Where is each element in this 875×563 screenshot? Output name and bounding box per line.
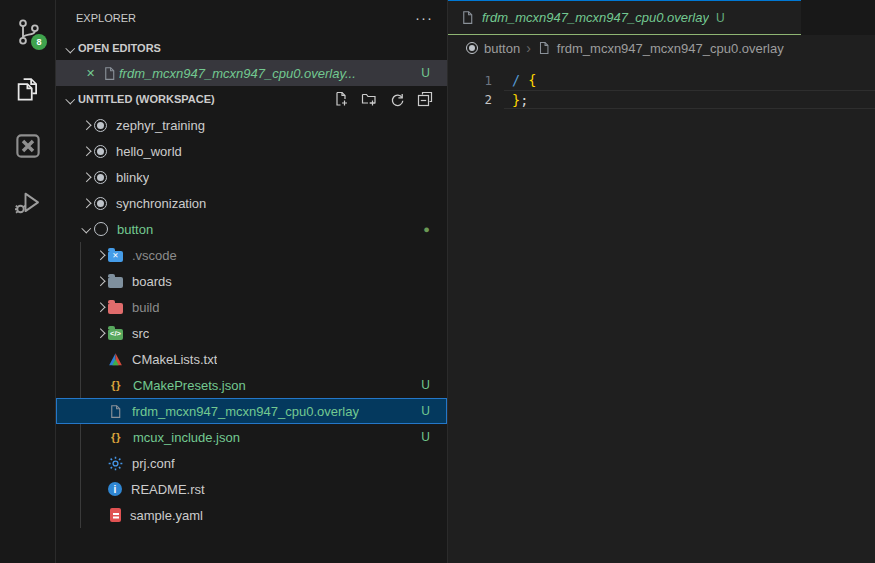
code-token: ; bbox=[520, 92, 528, 108]
run-debug-button[interactable] bbox=[0, 174, 55, 231]
open-editors-label: OPEN EDITORS bbox=[78, 42, 161, 54]
open-editor-item[interactable]: ✕ frdm_mcxn947_mcxn947_cpu0.overlay... U bbox=[56, 60, 447, 86]
git-untracked-badge: U bbox=[716, 11, 725, 25]
mcux-x-extension-icon bbox=[13, 131, 43, 161]
tree-item-cmakepresets[interactable]: {} CMakePresets.json U bbox=[56, 372, 447, 398]
tree-item-blinky[interactable]: blinky bbox=[56, 164, 447, 190]
tree-item-cmakelists[interactable]: CMakeLists.txt bbox=[56, 346, 447, 372]
explorer-sidebar: EXPLORER ··· OPEN EDITORS ✕ frdm_mcxn947… bbox=[56, 0, 448, 563]
chevron-right-icon[interactable] bbox=[78, 117, 94, 133]
chevron-right-icon[interactable] bbox=[92, 273, 108, 289]
tree-item-label: CMakeLists.txt bbox=[132, 352, 217, 367]
close-icon[interactable]: ✕ bbox=[86, 67, 102, 80]
json-braces-icon: {} bbox=[108, 431, 124, 443]
vscode-window: 8 bbox=[0, 0, 875, 563]
button-project-children: ✕ .vscode boards build </> src bbox=[56, 242, 447, 528]
project-record-icon bbox=[466, 42, 478, 54]
open-editors-section-header[interactable]: OPEN EDITORS bbox=[56, 36, 447, 60]
more-actions-icon[interactable]: ··· bbox=[415, 13, 433, 23]
line-number: 2 bbox=[448, 90, 504, 109]
code-glyph: </> bbox=[108, 329, 123, 340]
git-untracked-badge: U bbox=[421, 66, 430, 80]
folder-icon bbox=[108, 277, 123, 288]
tree-item-label: README.rst bbox=[131, 482, 205, 497]
project-record-icon bbox=[94, 119, 107, 132]
tree-item-vscode-folder[interactable]: ✕ .vscode bbox=[56, 242, 447, 268]
tree-item-label: zephyr_training bbox=[116, 118, 205, 133]
tree-item-build-folder[interactable]: build bbox=[56, 294, 447, 320]
breadcrumb-separator: › bbox=[526, 40, 531, 56]
source-control-button[interactable]: 8 bbox=[0, 3, 55, 60]
tree-item-prj-conf[interactable]: prj.conf bbox=[56, 450, 447, 476]
tree-item-label: build bbox=[132, 300, 159, 315]
tree-item-label: CMakePresets.json bbox=[133, 378, 246, 393]
collapse-all-icon[interactable] bbox=[417, 91, 433, 107]
new-folder-icon[interactable] bbox=[361, 91, 377, 107]
tree-item-boards-folder[interactable]: boards bbox=[56, 268, 447, 294]
tree-item-label: boards bbox=[132, 274, 172, 289]
tree-item-label: sample.yaml bbox=[130, 508, 203, 523]
src-folder-icon: </> bbox=[108, 329, 123, 340]
info-icon: i bbox=[108, 482, 122, 496]
tab-label: frdm_mcxn947_mcxn947_cpu0.overlay bbox=[482, 10, 709, 25]
code-token: / bbox=[512, 72, 520, 88]
chevron-down-icon[interactable] bbox=[62, 41, 78, 55]
tree-item-label: hello_world bbox=[116, 144, 182, 159]
cmake-icon bbox=[108, 352, 123, 367]
sidebar-header: EXPLORER ··· bbox=[56, 0, 447, 36]
git-untracked-badge: U bbox=[421, 404, 430, 418]
chevron-right-icon[interactable] bbox=[78, 195, 94, 211]
project-record-open-icon bbox=[94, 222, 108, 236]
line-number: 1 bbox=[448, 71, 504, 90]
tree-item-mcux-include[interactable]: {} mcux_include.json U bbox=[56, 424, 447, 450]
tree-item-sample-yaml[interactable]: sample.yaml bbox=[56, 502, 447, 528]
activity-bar: 8 bbox=[0, 0, 56, 563]
chevron-right-icon[interactable] bbox=[92, 325, 108, 341]
breadcrumb-folder[interactable]: button bbox=[484, 41, 520, 56]
gear-icon bbox=[108, 456, 123, 471]
tree-item-hello-world[interactable]: hello_world bbox=[56, 138, 447, 164]
code-line-1[interactable]: 1 /{ bbox=[448, 71, 875, 90]
sidebar-title: EXPLORER bbox=[76, 12, 136, 24]
tree-item-synchronization[interactable]: synchronization bbox=[56, 190, 447, 216]
explorer-files-icon bbox=[13, 74, 43, 104]
tab-overlay-file[interactable]: frdm_mcxn947_mcxn947_cpu0.overlay U bbox=[448, 0, 801, 35]
tree-item-readme[interactable]: i README.rst bbox=[56, 476, 447, 502]
workspace-actions bbox=[333, 91, 433, 107]
project-record-icon bbox=[94, 197, 107, 210]
vscode-logo-glyph: ✕ bbox=[108, 251, 123, 262]
chevron-right-icon[interactable] bbox=[78, 143, 94, 159]
git-untracked-badge: U bbox=[421, 378, 430, 392]
tree-item-label: .vscode bbox=[132, 248, 177, 263]
breadcrumb-file[interactable]: frdm_mcxn947_mcxn947_cpu0.overlay bbox=[557, 41, 784, 56]
project-record-icon bbox=[94, 145, 107, 158]
explorer-button[interactable] bbox=[0, 60, 55, 117]
workspace-section-header[interactable]: UNTITLED (WORKSPACE) bbox=[56, 86, 447, 112]
yaml-icon bbox=[110, 508, 121, 522]
tree-item-label: synchronization bbox=[116, 196, 206, 211]
code-line-2-active[interactable]: 2 }; bbox=[448, 90, 875, 109]
chevron-right-icon[interactable] bbox=[92, 299, 108, 315]
tree-item-label: mcux_include.json bbox=[133, 430, 240, 445]
file-icon bbox=[102, 66, 117, 81]
tree-item-zephyr-training[interactable]: zephyr_training bbox=[56, 112, 447, 138]
git-changes-dot: ● bbox=[423, 224, 430, 235]
code-token: } bbox=[512, 92, 520, 108]
tree-item-src-folder[interactable]: </> src bbox=[56, 320, 447, 346]
tree-item-overlay-selected[interactable]: frdm_mcxn947_mcxn947_cpu0.overlay U bbox=[56, 398, 447, 424]
refresh-icon[interactable] bbox=[389, 91, 405, 107]
git-untracked-badge: U bbox=[421, 430, 430, 444]
code-area[interactable]: 1 /{ 2 }; bbox=[448, 61, 875, 109]
new-file-icon[interactable] bbox=[333, 91, 349, 107]
json-braces-icon: {} bbox=[108, 379, 124, 391]
chevron-down-icon[interactable] bbox=[78, 221, 94, 237]
mcux-extension-button[interactable] bbox=[0, 117, 55, 174]
chevron-right-icon[interactable] bbox=[78, 169, 94, 185]
chevron-right-icon[interactable] bbox=[92, 247, 108, 263]
tree-item-button[interactable]: button ● bbox=[56, 216, 447, 242]
file-icon bbox=[537, 41, 551, 55]
run-and-debug-icon bbox=[13, 188, 43, 218]
open-editor-filename: frdm_mcxn947_mcxn947_cpu0.overlay... bbox=[119, 66, 356, 81]
chevron-down-icon[interactable] bbox=[62, 92, 78, 106]
tree-item-label: src bbox=[132, 326, 149, 341]
